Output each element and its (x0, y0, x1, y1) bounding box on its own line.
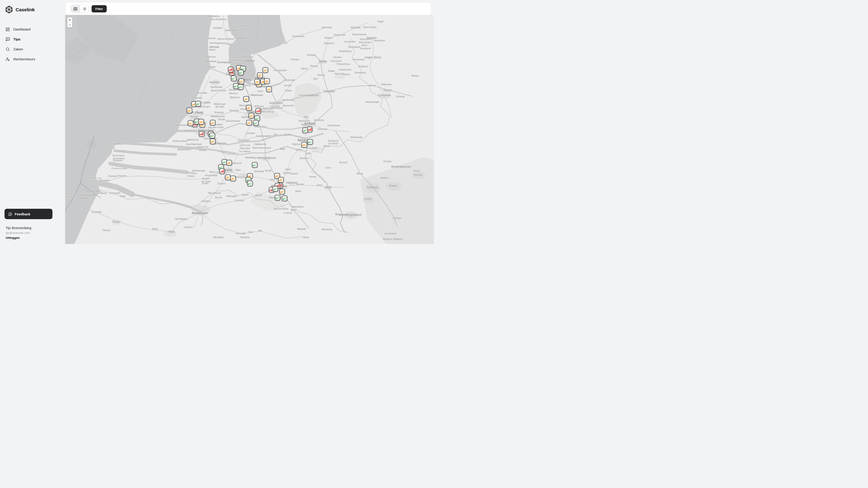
caselink-app: Caselink Dashboard Tips (0, 0, 434, 244)
cluster-marker[interactable] (253, 120, 258, 126)
sidebar-item-dashboard[interactable]: Dashboard (0, 24, 65, 34)
cluster-marker[interactable] (238, 70, 244, 75)
sidebar: Caselink Dashboard Tips (0, 0, 65, 244)
tips-icon (5, 37, 10, 41)
cluster-marker[interactable] (256, 108, 261, 113)
message-heart-icon (8, 212, 12, 216)
map-zoom-control: + − (67, 18, 72, 27)
logout-link[interactable]: Uitloggen (0, 236, 65, 239)
cluster-marker[interactable] (278, 177, 284, 183)
sidebar-item-zaken[interactable]: Zaken (0, 44, 65, 54)
cluster-marker[interactable] (263, 67, 268, 73)
cluster-marker[interactable] (199, 131, 204, 137)
sidebar-item-label: Tips (13, 37, 21, 41)
cluster-marker[interactable] (226, 160, 232, 166)
filter-button[interactable]: Filter (92, 5, 107, 12)
sidebar-item-label: Rechercheurs (13, 57, 35, 61)
brand-name: Caselink (16, 7, 35, 12)
map-canvas[interactable]: JulianadorpAnna PaulownaNabij PettenScha… (65, 15, 434, 244)
sidebar-item-label: Zaken (13, 47, 23, 51)
caselink-logo-icon (5, 5, 13, 14)
user-name: Tijs Bronnenberg (0, 226, 65, 230)
cluster-marker[interactable] (266, 86, 272, 92)
cluster-marker[interactable] (210, 133, 215, 138)
cluster-marker[interactable] (230, 175, 236, 181)
sidebar-nav: Dashboard Tips Zaken Rech (0, 24, 65, 64)
cluster-marker[interactable] (303, 128, 308, 133)
user-search-icon (5, 57, 10, 61)
cluster-marker[interactable] (301, 142, 307, 148)
user-email: tijs@avendar.com (0, 231, 65, 234)
cluster-marker[interactable] (252, 162, 257, 168)
cluster-marker[interactable] (254, 79, 260, 85)
cluster-marker[interactable] (307, 139, 313, 144)
cluster-marker[interactable] (246, 105, 252, 110)
cluster-marker[interactable] (264, 78, 270, 84)
sidebar-item-label: Dashboard (13, 27, 31, 31)
sidebar-item-tips[interactable]: Tips (0, 34, 65, 44)
cluster-marker[interactable] (239, 78, 244, 84)
sidebar-item-rechercheurs[interactable]: Rechercheurs (0, 54, 65, 64)
cluster-marker[interactable] (188, 120, 193, 126)
cluster-marker[interactable] (279, 189, 285, 194)
cluster-marker[interactable] (247, 181, 253, 186)
cluster-marker[interactable] (195, 101, 201, 107)
list-view-button[interactable] (80, 5, 89, 12)
feedback-label: Feedback (15, 212, 30, 216)
map-view-button[interactable] (71, 5, 80, 12)
search-icon (5, 47, 10, 52)
zoom-in-button[interactable]: + (67, 18, 72, 22)
cluster-marker[interactable] (273, 186, 278, 192)
feedback-button[interactable]: Feedback (4, 209, 53, 219)
cluster-marker[interactable] (282, 196, 287, 201)
sidebar-bottom: Feedback Tijs Bronnenberg tijs@avendar.c… (0, 209, 65, 244)
dashboard-icon (5, 27, 10, 32)
brand: Caselink (0, 0, 65, 14)
map-markers-layer (65, 15, 434, 244)
list-icon (83, 7, 86, 11)
main-panel: Filter (65, 0, 434, 244)
cluster-marker[interactable] (186, 107, 192, 113)
cluster-marker[interactable] (257, 72, 263, 78)
cluster-marker[interactable] (210, 120, 215, 125)
zoom-out-button[interactable]: − (67, 22, 72, 27)
view-toggle (71, 5, 89, 13)
map-icon (73, 7, 77, 11)
cluster-marker[interactable] (238, 84, 243, 90)
cluster-marker[interactable] (198, 119, 204, 125)
toolbar: Filter (66, 3, 431, 15)
cluster-marker[interactable] (231, 75, 237, 81)
cluster-marker[interactable] (225, 174, 230, 180)
cluster-marker[interactable] (219, 168, 225, 174)
cluster-marker[interactable] (246, 120, 252, 125)
cluster-marker[interactable] (228, 67, 234, 72)
cluster-marker[interactable] (243, 96, 249, 102)
cluster-marker[interactable] (275, 195, 281, 201)
cluster-marker[interactable] (249, 113, 254, 119)
cluster-marker[interactable] (210, 138, 215, 144)
